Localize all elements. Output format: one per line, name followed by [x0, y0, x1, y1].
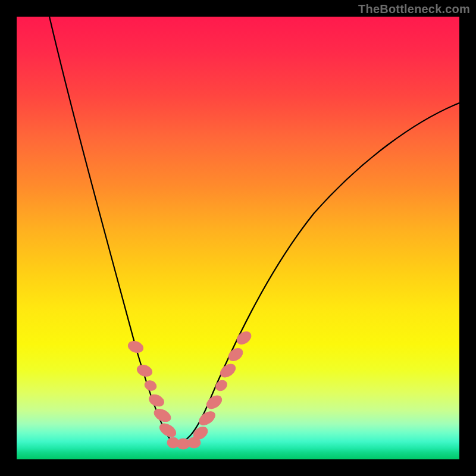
curve-marker — [136, 363, 154, 378]
curve-marker — [226, 346, 245, 364]
curve-marker — [218, 362, 237, 380]
bottleneck-curve-right — [174, 103, 459, 444]
plot-area — [17, 17, 459, 459]
marker-group — [127, 329, 253, 449]
curve-marker — [127, 339, 145, 355]
curve-marker — [234, 329, 253, 347]
watermark-text: TheBottleneck.com — [358, 2, 470, 16]
curve-marker — [204, 393, 224, 412]
curve-marker — [197, 409, 218, 428]
curve-layer — [17, 17, 459, 459]
curve-marker — [214, 378, 229, 393]
bottleneck-curve-left — [49, 17, 174, 444]
chart-frame: TheBottleneck.com — [0, 0, 476, 476]
